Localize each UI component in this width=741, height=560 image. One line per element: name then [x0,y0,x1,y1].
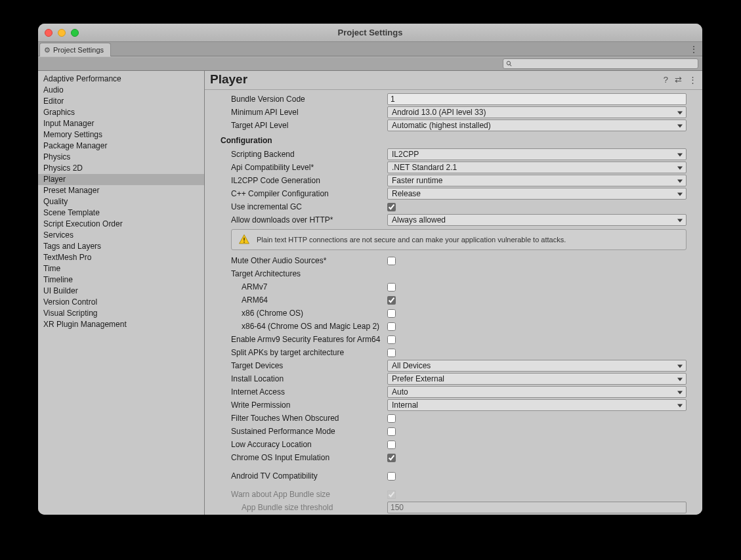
gear-icon: ⚙ [44,46,51,54]
incremental-gc-label: Use incremental GC [217,202,387,211]
bundle-version-code-input[interactable] [387,93,687,105]
scripting-backend-label: Scripting Backend [217,150,387,159]
sidebar-item-audio[interactable]: Audio [38,85,204,96]
arch-arm64-checkbox[interactable] [387,296,396,305]
sidebar-item-tags-and-layers[interactable]: Tags and Layers [38,241,204,252]
allow-http-dropdown[interactable]: Always allowed [387,214,687,226]
target-arch-header: Target Architectures [217,269,387,278]
configuration-header: Configuration [217,132,687,148]
arch-x86-label: x86 (Chrome OS) [217,309,387,318]
scripting-backend-dropdown[interactable]: IL2CPP [387,148,687,160]
armv9sec-checkbox[interactable] [387,335,396,344]
bundle-threshold-input [387,502,687,513]
svg-rect-1 [243,242,245,243]
searchbar [38,56,702,71]
warn-bundle-checkbox [387,490,396,499]
main-header: Player ? ⇄ ⋮ [205,71,702,90]
incremental-gc-checkbox[interactable] [387,203,396,211]
tab-project-settings[interactable]: ⚙ Project Settings [39,43,111,56]
project-settings-window: Project Settings ⚙ Project Settings ⋮ Ad… [38,24,702,515]
sidebar-item-input-manager[interactable]: Input Manager [38,118,204,129]
panel-menu-icon[interactable]: ⋮ [688,75,697,85]
arch-x86-checkbox[interactable] [387,309,396,318]
sidebar-item-textmesh-pro[interactable]: TextMesh Pro [38,252,204,263]
preset-icon[interactable]: ⇄ [675,75,682,85]
arch-x86-64-label: x86-64 (Chrome OS and Magic Leap 2) [217,322,387,331]
il2cpp-gen-dropdown[interactable]: Faster runtime [387,175,687,186]
sidebar-item-script-execution-order[interactable]: Script Execution Order [38,219,204,230]
il2cpp-gen-label: IL2CPP Code Generation [217,176,387,185]
tab-label: Project Settings [53,46,104,54]
write-permission-label: Write Permission [217,400,387,410]
sidebar-item-visual-scripting[interactable]: Visual Scripting [38,308,204,319]
window-title: Project Settings [38,28,702,37]
svg-rect-0 [243,238,245,241]
android-tv-label: Android TV Compatibility [217,471,387,481]
target-api-level-dropdown[interactable]: Automatic (highest installed) [387,119,687,131]
tabbar-menu-button[interactable]: ⋮ [689,43,698,56]
sidebar: Adaptive PerformanceAudioEditorGraphicsI… [38,71,205,515]
sidebar-item-adaptive-performance[interactable]: Adaptive Performance [38,74,204,85]
sidebar-item-timeline[interactable]: Timeline [38,274,204,286]
page-title: Player [210,72,247,87]
sustained-perf-label: Sustained Performance Mode [217,427,387,436]
android-tv-checkbox[interactable] [387,472,396,481]
sidebar-item-ui-builder[interactable]: UI Builder [38,286,204,297]
arch-armv7-checkbox[interactable] [387,283,396,291]
sidebar-item-quality[interactable]: Quality [38,196,204,207]
arch-arm64-label: ARM64 [217,295,387,305]
search-field-wrap[interactable] [503,58,698,69]
install-location-dropdown[interactable]: Prefer External [387,373,687,385]
sidebar-item-player[interactable]: Player [38,174,204,185]
arch-x86-64-checkbox[interactable] [387,322,396,331]
api-compat-label: Api Compatibility Level* [217,163,387,172]
warning-icon [238,234,250,246]
sidebar-item-package-manager[interactable]: Package Manager [38,140,204,152]
tabbar: ⚙ Project Settings ⋮ [38,42,702,56]
filter-touches-checkbox[interactable] [387,414,396,423]
sidebar-item-physics[interactable]: Physics [38,152,204,163]
sustained-perf-checkbox[interactable] [387,427,396,436]
internet-access-label: Internet Access [217,387,387,397]
target-api-level-label: Target API Level [217,121,387,130]
arch-armv7-label: ARMv7 [217,282,387,291]
search-icon [506,60,513,67]
http-warning-text: Plain text HTTP connections are not secu… [257,236,566,244]
mute-audio-label: Mute Other Audio Sources* [217,256,387,265]
mute-audio-checkbox[interactable] [387,257,396,265]
target-devices-dropdown[interactable]: All Devices [387,360,687,372]
min-api-level-label: Minimum API Level [217,108,387,117]
api-compat-dropdown[interactable]: .NET Standard 2.1 [387,162,687,173]
write-permission-dropdown[interactable]: Internal [387,399,687,411]
help-icon[interactable]: ? [664,75,668,85]
sidebar-item-services[interactable]: Services [38,230,204,241]
split-apk-label: Split APKs by target architecture [217,348,387,357]
main-body[interactable]: Bundle Version Code Minimum API Level An… [205,90,702,515]
search-input[interactable] [515,60,695,68]
sidebar-item-editor[interactable]: Editor [38,96,204,107]
sidebar-item-memory-settings[interactable]: Memory Settings [38,129,204,140]
sidebar-item-graphics[interactable]: Graphics [38,107,204,118]
cpp-compiler-dropdown[interactable]: Release [387,188,687,200]
chrome-os-input-label: Chrome OS Input Emulation [217,453,387,462]
titlebar: Project Settings [38,24,702,42]
target-devices-label: Target Devices [217,361,387,370]
chrome-os-input-checkbox[interactable] [387,454,396,462]
allow-http-label: Allow downloads over HTTP* [217,215,387,225]
sidebar-item-version-control[interactable]: Version Control [38,297,204,308]
sidebar-item-physics-2d[interactable]: Physics 2D [38,163,204,174]
low-accuracy-checkbox[interactable] [387,441,396,449]
sidebar-item-preset-manager[interactable]: Preset Manager [38,185,204,196]
sidebar-item-time[interactable]: Time [38,263,204,274]
install-location-label: Install Location [217,374,387,383]
warn-bundle-label: Warn about App Bundle size [217,490,387,499]
split-apk-checkbox[interactable] [387,349,396,357]
content: Adaptive PerformanceAudioEditorGraphicsI… [38,71,702,515]
internet-access-dropdown[interactable]: Auto [387,386,687,398]
main-panel: Player ? ⇄ ⋮ Bundle Version Code Minimum… [205,71,702,515]
sidebar-item-scene-template[interactable]: Scene Template [38,207,204,219]
min-api-level-dropdown[interactable]: Android 13.0 (API level 33) [387,106,687,118]
filter-touches-label: Filter Touches When Obscured [217,414,387,423]
armv9sec-label: Enable Armv9 Security Features for Arm64 [217,335,387,344]
sidebar-item-xr-plugin-management[interactable]: XR Plugin Management [38,319,204,330]
